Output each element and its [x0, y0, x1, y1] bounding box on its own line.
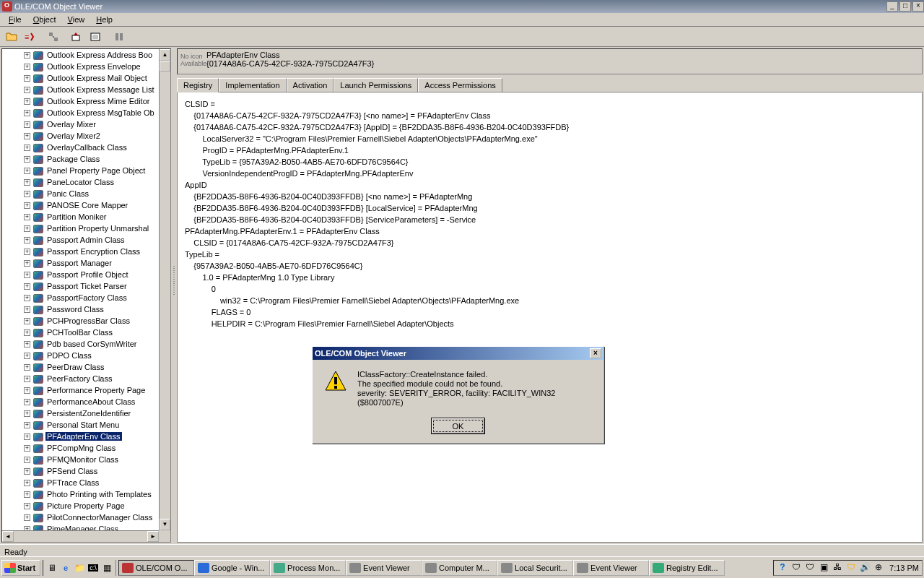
tb-settings[interactable]	[110, 29, 127, 45]
tree-item[interactable]: +PFSend Class	[2, 465, 159, 477]
task-button[interactable]: Registry Edit...	[649, 560, 725, 576]
menu-object[interactable]: Object	[27, 14, 62, 25]
expand-icon[interactable]: +	[24, 191, 30, 197]
expand-icon[interactable]: +	[24, 306, 30, 313]
tb-view-type[interactable]: ≡	[21, 29, 38, 45]
expand-icon[interactable]: +	[24, 376, 30, 382]
dialog-ok-button[interactable]: OK	[431, 418, 485, 434]
system-tray[interactable]: ? 🛡 🛡 ▣ 🖧 🛡 🔊 ⊕ 7:13 PM	[773, 560, 923, 576]
expand-icon[interactable]: +	[24, 121, 30, 128]
tree-item[interactable]: +PFMQMonitor Class	[2, 454, 159, 465]
tree-item[interactable]: +Outlook Express MsgTable Ob	[2, 107, 159, 118]
maximize-button[interactable]: □	[899, 1, 911, 12]
tree-item[interactable]: +PANOSE Core Mapper	[2, 199, 159, 211]
task-button[interactable]: Process Mon...	[270, 560, 346, 576]
expand-icon[interactable]: +	[24, 249, 30, 255]
tb-open[interactable]	[3, 29, 19, 45]
tree-item[interactable]: +PCHProgressBar Class	[2, 315, 159, 327]
tree-item[interactable]: +Overlay Mixer2	[2, 130, 159, 142]
tree-item[interactable]: +Passport Admin Class	[2, 234, 159, 246]
scroll-thumb[interactable]	[160, 61, 170, 72]
expand-icon[interactable]: +	[24, 237, 30, 243]
tree-item[interactable]: +Partition Moniker	[2, 211, 159, 223]
expand-icon[interactable]: +	[24, 457, 30, 463]
tab-access-permissions[interactable]: Access Permissions	[418, 78, 502, 92]
close-button[interactable]: ×	[912, 1, 924, 12]
dialog-title-bar[interactable]: OLE/COM Object Viewer ×	[313, 347, 603, 360]
expand-icon[interactable]: +	[24, 64, 30, 70]
expand-icon[interactable]: +	[24, 110, 30, 116]
tree-item[interactable]: +Outlook Express Envelope	[2, 61, 159, 72]
tree-item[interactable]: +Picture Property Page	[2, 500, 159, 512]
task-button[interactable]: Event Viewer	[573, 560, 649, 576]
expand-icon[interactable]: +	[24, 260, 30, 267]
tree-hscroll[interactable]: ◄ ►	[2, 530, 159, 542]
tree-item[interactable]: +PCHToolBar Class	[2, 327, 159, 338]
tree-item[interactable]: +PerformanceAbout Class	[2, 396, 159, 407]
tree-item[interactable]: +Outlook Express Mime Editor	[2, 95, 159, 107]
expand-icon[interactable]: +	[24, 410, 30, 417]
tray-clock[interactable]: 7:13 PM	[886, 564, 919, 572]
tree-item[interactable]: +PersistentZoneIdentifier	[2, 407, 159, 419]
tray-vol-icon[interactable]: 🔊	[859, 562, 871, 574]
tree-item[interactable]: +Package Class	[2, 153, 159, 165]
tray-shield2-icon[interactable]: 🛡	[804, 562, 816, 574]
expand-icon[interactable]: +	[24, 514, 30, 521]
tree-item[interactable]: +PeerFactory Class	[2, 373, 159, 384]
expand-icon[interactable]: +	[24, 168, 30, 174]
tray-help-icon[interactable]: ?	[777, 562, 788, 574]
tree-item[interactable]: +PimeManager Class	[2, 523, 159, 530]
expand-icon[interactable]: +	[24, 329, 30, 336]
tree-item[interactable]: +Passport Encryption Class	[2, 246, 159, 257]
expand-icon[interactable]: +	[24, 468, 30, 475]
task-button[interactable]: Google - Win...	[194, 560, 270, 576]
expand-icon[interactable]: +	[24, 434, 30, 440]
expand-icon[interactable]: +	[24, 225, 30, 232]
expand-icon[interactable]: +	[24, 87, 30, 93]
tree-item[interactable]: +PilotConnectorManager Class	[2, 512, 159, 523]
ql-ie-icon[interactable]: e	[59, 561, 72, 574]
expand-icon[interactable]: +	[24, 318, 30, 324]
expand-icon[interactable]: +	[24, 214, 30, 220]
tree-item[interactable]: +Partition Property Unmarshal	[2, 223, 159, 234]
tree-item[interactable]: +PDPO Class	[2, 350, 159, 361]
expand-icon[interactable]: +	[24, 503, 30, 509]
tree-item[interactable]: +Overlay Mixer	[2, 118, 159, 130]
tree-item[interactable]: +Passport Ticket Parser	[2, 280, 159, 292]
dialog-close-button[interactable]: ×	[590, 348, 601, 358]
tray-net-icon[interactable]: 🖧	[832, 562, 843, 574]
menu-help[interactable]: Help	[90, 14, 118, 25]
tree-item[interactable]: +PaneLocator Class	[2, 176, 159, 188]
expand-icon[interactable]: +	[24, 52, 30, 59]
tray-shield3-icon[interactable]: 🛡	[845, 562, 857, 574]
expand-icon[interactable]: +	[24, 341, 30, 348]
expand-icon[interactable]: +	[24, 144, 30, 151]
splitter[interactable]	[173, 47, 175, 544]
tree-item[interactable]: +PeerDraw Class	[2, 361, 159, 373]
expand-icon[interactable]: +	[24, 283, 30, 290]
expand-icon[interactable]: +	[24, 491, 30, 498]
expand-icon[interactable]: +	[24, 98, 30, 105]
scroll-left-arrow[interactable]: ◄	[2, 531, 14, 542]
tree-item[interactable]: +Outlook Express Mail Object	[2, 72, 159, 84]
tree-item[interactable]: +Passport Profile Object	[2, 269, 159, 280]
tree-item[interactable]: +Password Class	[2, 303, 159, 315]
ql-cmd-icon[interactable]: c:\	[87, 561, 100, 574]
tab-launch-permissions[interactable]: Launch Permissions	[334, 78, 418, 92]
expand-icon[interactable]: +	[24, 202, 30, 209]
tree-item[interactable]: +Outlook Express Address Boo	[2, 49, 159, 61]
expand-icon[interactable]: +	[24, 75, 30, 82]
tree-item[interactable]: +PFAdapterEnv Class	[2, 431, 159, 442]
expand-icon[interactable]: +	[24, 133, 30, 139]
scroll-down-arrow[interactable]: ▼	[160, 519, 170, 530]
ql-explorer-icon[interactable]: 📁	[73, 561, 86, 574]
menu-view[interactable]: View	[62, 14, 91, 25]
tree-view[interactable]: +Outlook Express Address Boo+Outlook Exp…	[2, 49, 159, 530]
ql-desktop-icon[interactable]: 🖥	[45, 561, 58, 574]
tree-item[interactable]: +Passport Manager	[2, 257, 159, 269]
expand-icon[interactable]: +	[24, 179, 30, 186]
tree-item[interactable]: +Performance Property Page	[2, 384, 159, 396]
tray-vm-icon[interactable]: ▣	[818, 562, 829, 574]
tree-item[interactable]: +Pdb based CorSymWriter	[2, 338, 159, 350]
task-button[interactable]: Computer M...	[422, 560, 497, 576]
